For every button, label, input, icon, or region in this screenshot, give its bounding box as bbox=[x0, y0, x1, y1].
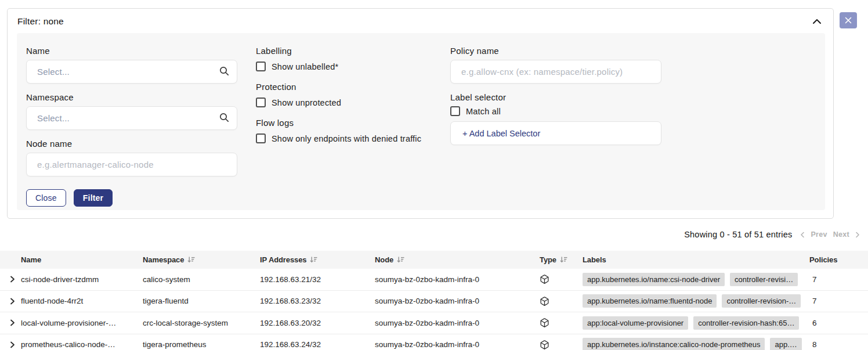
filter-title: Filter: none bbox=[17, 16, 64, 27]
policy-name-input[interactable] bbox=[450, 60, 661, 84]
endpoint-name: prometheus-calico-node-… bbox=[21, 340, 115, 349]
labelling-section-label: Labelling bbox=[256, 45, 433, 57]
policy-name-field-label: Policy name bbox=[450, 45, 661, 57]
pagination-bar: Showing 0 - 51 of 51 entries Prev Next bbox=[684, 230, 860, 239]
filter-button[interactable]: Filter bbox=[74, 189, 113, 207]
expand-row-button[interactable] bbox=[8, 297, 16, 305]
column-header-label: Name bbox=[21, 255, 41, 264]
column-header-label: Policies bbox=[809, 255, 837, 264]
endpoint-ip: 192.168.63.23/32 bbox=[260, 297, 375, 305]
endpoints-table: Name Namespace IP Addresses Node bbox=[0, 251, 868, 350]
column-header-label: IP Addresses bbox=[260, 255, 306, 264]
column-header: IP Addresses bbox=[260, 255, 375, 264]
chevron-left-icon[interactable] bbox=[800, 232, 805, 238]
sort-icon[interactable] bbox=[397, 256, 404, 264]
endpoint-labels: app:local-volume-provisionercontroller-r… bbox=[583, 316, 809, 330]
endpoint-ip: 192.168.63.20/32 bbox=[260, 319, 375, 327]
table-header-row: Name Namespace IP Addresses Node bbox=[0, 251, 868, 269]
denied-traffic-checkbox[interactable] bbox=[256, 133, 266, 143]
table-body: csi-node-driver-tzdmm calico-system 192.… bbox=[0, 269, 868, 350]
endpoint-ip: 192.168.63.21/32 bbox=[260, 275, 375, 284]
endpoint-namespace: calico-system bbox=[143, 275, 260, 284]
endpoint-namespace: crc-local-storage-system bbox=[143, 319, 260, 327]
close-button[interactable]: Close bbox=[26, 189, 66, 207]
table-row[interactable]: prometheus-calico-node-… tigera-promethe… bbox=[0, 334, 868, 350]
column-header-label: Namespace bbox=[143, 255, 184, 264]
protection-section-label: Protection bbox=[256, 81, 433, 93]
next-page-button[interactable]: Next bbox=[833, 230, 849, 239]
search-icon bbox=[219, 66, 230, 77]
filter-panel-header: Filter: none bbox=[8, 9, 833, 31]
endpoint-labels: app.kubernetes.io/instance:calico-node-p… bbox=[583, 338, 809, 350]
chevron-up-icon bbox=[812, 19, 822, 24]
name-field-label: Name bbox=[26, 45, 237, 57]
entries-summary: Showing 0 - 51 of 51 entries bbox=[684, 230, 792, 239]
label-chip: app:local-volume-provisioner bbox=[583, 316, 688, 330]
endpoint-labels: app.kubernetes.io/name:csi-node-driverco… bbox=[583, 273, 809, 286]
label-chip: app.kubernetes.io/name:fluentd-node bbox=[583, 294, 717, 308]
filter-panel: Filter: none Name Namespace bbox=[7, 8, 834, 219]
endpoint-ip: 192.168.63.24/32 bbox=[260, 340, 375, 349]
collapse-button[interactable] bbox=[811, 17, 823, 26]
endpoint-node: soumya-bz-0zbo-kadm-infra-0 bbox=[375, 297, 540, 305]
show-unlabelled-label: Show unlabelled* bbox=[272, 62, 338, 71]
column-header: Type bbox=[540, 255, 583, 264]
expand-row-button[interactable] bbox=[8, 319, 16, 327]
endpoint-name: csi-node-driver-tzdmm bbox=[21, 275, 99, 284]
chevron-right-icon bbox=[8, 319, 16, 327]
endpoint-namespace: tigera-prometheus bbox=[143, 340, 260, 349]
chevron-right-icon bbox=[8, 297, 16, 305]
pod-cube-icon bbox=[540, 296, 583, 306]
show-unlabelled-checkbox[interactable] bbox=[256, 62, 266, 71]
table-row[interactable]: csi-node-driver-tzdmm calico-system 192.… bbox=[0, 269, 868, 291]
endpoint-policies-count: 7 bbox=[809, 275, 868, 284]
endpoint-namespace: tigera-fluentd bbox=[143, 297, 260, 305]
flow-logs-section-label: Flow logs bbox=[256, 117, 433, 129]
label-selector-section-label: Label selector bbox=[450, 91, 661, 104]
endpoint-labels: app.kubernetes.io/name:fluentd-nodecontr… bbox=[583, 294, 809, 308]
column-header: Node bbox=[375, 255, 540, 264]
add-label-selector-button[interactable]: + Add Label Selector bbox=[450, 121, 661, 145]
sort-icon[interactable] bbox=[187, 256, 195, 264]
show-unprotected-checkbox[interactable] bbox=[256, 98, 266, 107]
endpoint-policies-count: 6 bbox=[809, 319, 868, 327]
endpoint-policies-count: 7 bbox=[809, 297, 868, 305]
node-name-input[interactable] bbox=[26, 153, 237, 176]
filter-form: Name Namespace Node name Close Filt bbox=[17, 33, 825, 210]
match-all-checkbox[interactable] bbox=[450, 106, 460, 116]
table-row[interactable]: fluentd-node-4rr2t tigera-fluentd 192.16… bbox=[0, 291, 868, 313]
sort-icon[interactable] bbox=[560, 256, 567, 264]
show-unprotected-label: Show unprotected bbox=[272, 98, 341, 107]
table-row[interactable]: local-volume-provisioner-… crc-local-sto… bbox=[0, 312, 868, 334]
panel-close-button[interactable] bbox=[840, 12, 857, 28]
column-header-label: Type bbox=[540, 255, 556, 264]
name-select-input[interactable] bbox=[26, 60, 237, 84]
endpoint-node: soumya-bz-0zbo-kadm-infra-0 bbox=[375, 275, 540, 284]
namespace-select-input[interactable] bbox=[26, 106, 237, 130]
label-chip: controller-revision-hash:65… bbox=[693, 316, 799, 330]
namespace-field-label: Namespace bbox=[26, 91, 237, 104]
column-header-label: Labels bbox=[583, 255, 606, 264]
match-all-label: Match all bbox=[466, 107, 501, 116]
chevron-right-icon bbox=[8, 275, 16, 283]
expand-row-button[interactable] bbox=[8, 341, 16, 349]
prev-page-button[interactable]: Prev bbox=[811, 230, 827, 239]
label-chip: app.kubernetes.io/name:csi-node-driver bbox=[583, 273, 725, 286]
endpoint-policies-count: 8 bbox=[809, 340, 868, 349]
expand-row-button[interactable] bbox=[8, 275, 16, 283]
endpoint-node: soumya-bz-0zbo-kadm-infra-0 bbox=[375, 319, 540, 327]
column-header: Labels bbox=[583, 255, 809, 264]
endpoint-node: soumya-bz-0zbo-kadm-infra-0 bbox=[375, 340, 540, 349]
column-header: Name bbox=[21, 255, 143, 264]
column-header: Policies bbox=[809, 255, 868, 264]
endpoint-name: local-volume-provisioner-… bbox=[21, 319, 116, 327]
endpoint-name: fluentd-node-4rr2t bbox=[21, 297, 83, 305]
label-chip: app.… bbox=[770, 338, 801, 350]
label-chip: app.kubernetes.io/instance:calico-node-p… bbox=[583, 338, 765, 350]
column-header: Namespace bbox=[143, 255, 260, 264]
label-chip: controller-revisi… bbox=[730, 273, 798, 286]
pod-cube-icon bbox=[540, 340, 583, 350]
column-header-label: Node bbox=[375, 255, 393, 264]
chevron-right-icon[interactable] bbox=[855, 232, 860, 238]
sort-icon[interactable] bbox=[310, 256, 317, 264]
